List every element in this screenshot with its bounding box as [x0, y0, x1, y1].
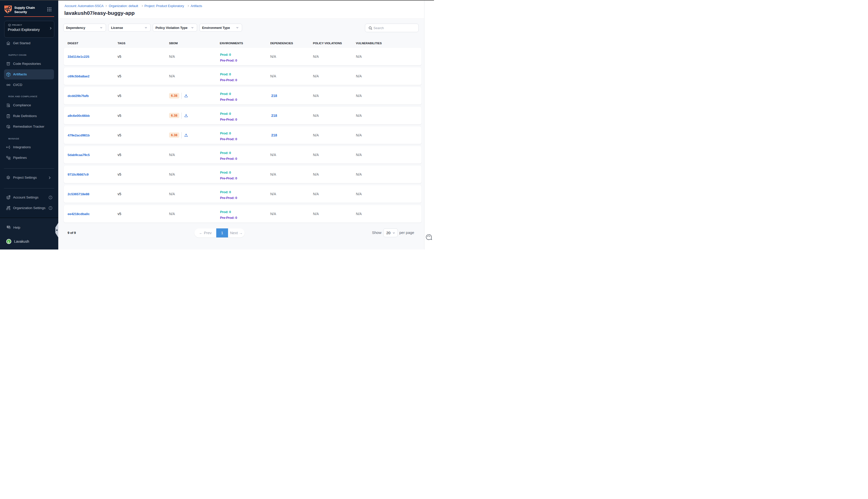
- svg-text:?: ?: [8, 226, 9, 228]
